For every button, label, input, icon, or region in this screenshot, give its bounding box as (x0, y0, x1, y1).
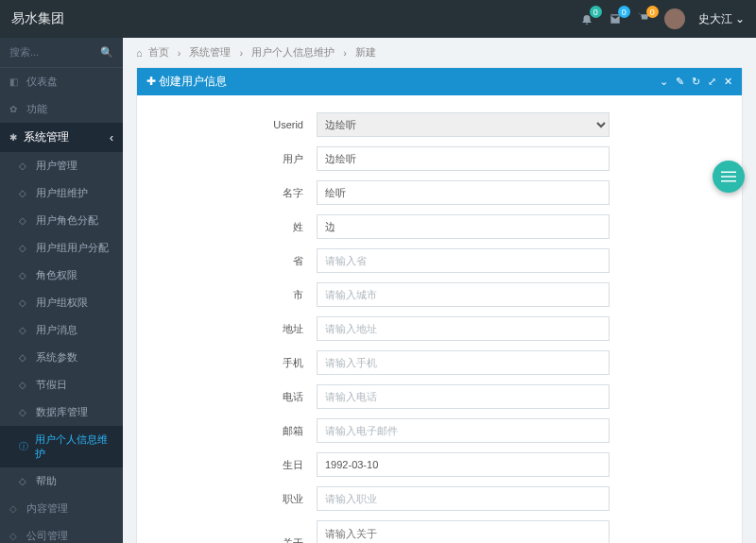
sidebar-item-user-profile[interactable]: ⓘ用户个人信息维护 (0, 426, 123, 467)
sidebar-dashboard[interactable]: ◧仪表盘 (0, 68, 123, 95)
crumb-sys[interactable]: 系统管理 (189, 45, 231, 59)
sidebar-item-user-mgmt[interactable]: ◇用户管理 (0, 152, 123, 179)
flag-icon: ◇ (19, 215, 30, 226)
floating-menu-button[interactable] (713, 161, 745, 193)
birthday-input[interactable] (317, 452, 610, 477)
lock-icon: ◇ (19, 297, 30, 308)
crumb-new: 新建 (355, 45, 376, 59)
cog-icon: ◇ (19, 352, 30, 363)
province-input[interactable] (317, 248, 610, 273)
flag-icon: ◇ (19, 270, 30, 280)
calendar-icon: ◇ (19, 380, 30, 390)
sidebar: 搜索... 🔍 ◧仪表盘 ✿功能 ✱ 系统管理 ‹ ◇用户管理 ◇用户组维护 ◇… (0, 38, 123, 543)
database-icon: ◇ (19, 407, 30, 417)
label-city: 市 (165, 288, 317, 302)
home-icon: ⌂ (136, 47, 143, 59)
sidebar-item-role-perm[interactable]: ◇角色权限 (0, 262, 123, 289)
label-birthday: 生日 (165, 458, 317, 472)
sidebar-item-usergroup[interactable]: ◇用户组维护 (0, 179, 123, 207)
sidebar-search[interactable]: 搜索... 🔍 (0, 38, 123, 68)
panel-title: 创建用户信息 (159, 75, 227, 88)
search-placeholder: 搜索... (9, 45, 39, 59)
label-phone: 电话 (165, 390, 317, 404)
sidebar-company-mgmt[interactable]: ◇公司管理 (0, 522, 123, 543)
sidebar-item-usergroup-user[interactable]: ◇用户组用户分配 (0, 234, 123, 262)
plus-icon: ✚ (146, 75, 156, 88)
app-header: 易水集团 0 0 0 史大江 ⌄ (0, 0, 756, 38)
wrench-tool-icon[interactable]: ✎ (676, 76, 684, 88)
sidebar-item-holiday[interactable]: ◇节假日 (0, 371, 123, 399)
crumb-home[interactable]: 首页 (148, 45, 169, 59)
userid-select[interactable]: 边绘听 (317, 112, 610, 137)
badge-count-1: 0 (590, 6, 602, 18)
users-icon: ◇ (19, 188, 30, 198)
email-input[interactable] (317, 418, 610, 443)
sidebar-system-management[interactable]: ✱ 系统管理 ‹ (0, 123, 123, 152)
user-name-label[interactable]: 史大江 ⌄ (698, 11, 745, 27)
sidebar-item-help[interactable]: ◇帮助 (0, 467, 123, 495)
address-input[interactable] (317, 316, 610, 341)
sidebar-item-sys-params[interactable]: ◇系统参数 (0, 344, 123, 371)
mail-icon[interactable]: 0 (608, 11, 623, 26)
flag-icon: ◇ (19, 243, 30, 253)
sidebar-item-user-msg[interactable]: ◇用户消息 (0, 316, 123, 344)
brand: 易水集团 (11, 10, 64, 27)
search-icon: 🔍 (100, 46, 113, 59)
badge-count-3: 0 (646, 6, 659, 18)
crumb-profile[interactable]: 用户个人信息维护 (251, 45, 335, 59)
label-mobile: 手机 (165, 356, 317, 370)
msg-icon: ◇ (19, 325, 30, 335)
surname-input[interactable] (317, 214, 610, 239)
city-input[interactable] (317, 282, 610, 307)
panel-header: ✚ 创建用户信息 ⌄ ✎ ↻ ⤢ ✕ (137, 68, 742, 95)
label-address: 地址 (165, 322, 317, 336)
user-icon: ◇ (19, 161, 30, 171)
phone-input[interactable] (317, 384, 610, 409)
gear-icon: ✿ (9, 104, 21, 114)
main-content: ⌂ 首页 › 系统管理 › 用户个人信息维护 › 新建 ✚ 创建用户信息 ⌄ ✎… (123, 38, 756, 543)
label-userid: Userid (165, 119, 317, 130)
dashboard-icon: ◧ (9, 76, 21, 87)
sidebar-features-header: ✿功能 (0, 95, 123, 123)
sidebar-item-db[interactable]: ◇数据库管理 (0, 399, 123, 426)
label-email: 邮箱 (165, 424, 317, 438)
label-occupation: 职业 (165, 492, 317, 506)
label-province: 省 (165, 254, 317, 268)
label-user: 用户 (165, 152, 317, 166)
share-icon: ✱ (9, 132, 21, 143)
breadcrumb: ⌂ 首页 › 系统管理 › 用户个人信息维护 › 新建 (123, 38, 756, 67)
user-input[interactable] (317, 146, 610, 171)
label-about: 关于 (165, 536, 317, 544)
doc-icon: ◇ (9, 503, 21, 514)
refresh-tool-icon[interactable]: ↻ (692, 76, 700, 88)
about-textarea[interactable] (317, 520, 610, 543)
sidebar-content-mgmt[interactable]: ◇内容管理 (0, 495, 123, 522)
name-input[interactable] (317, 180, 610, 205)
chevron-down-icon: ⌄ (735, 12, 745, 25)
chevron-left-icon: ‹ (110, 131, 113, 144)
label-surname: 姓 (165, 220, 317, 234)
sidebar-item-user-role[interactable]: ◇用户角色分配 (0, 207, 123, 234)
sidebar-item-usergroup-perm[interactable]: ◇用户组权限 (0, 289, 123, 316)
chevron-down-tool-icon[interactable]: ⌄ (660, 76, 668, 88)
info-icon: ⓘ (19, 440, 29, 453)
building-icon: ◇ (9, 531, 21, 541)
form-panel: ✚ 创建用户信息 ⌄ ✎ ↻ ⤢ ✕ Userid 边绘听 用户 (136, 67, 743, 543)
badge-count-2: 0 (618, 6, 630, 18)
occupation-input[interactable] (317, 486, 610, 511)
cart-icon[interactable]: 0 (636, 11, 651, 26)
close-tool-icon[interactable]: ✕ (724, 76, 732, 88)
fullscreen-tool-icon[interactable]: ⤢ (708, 76, 716, 88)
help-icon: ◇ (19, 476, 30, 486)
avatar[interactable] (664, 8, 685, 29)
bell-icon[interactable]: 0 (579, 11, 594, 26)
label-name: 名字 (165, 186, 317, 200)
mobile-input[interactable] (317, 350, 610, 375)
hamburger-icon (721, 171, 736, 182)
